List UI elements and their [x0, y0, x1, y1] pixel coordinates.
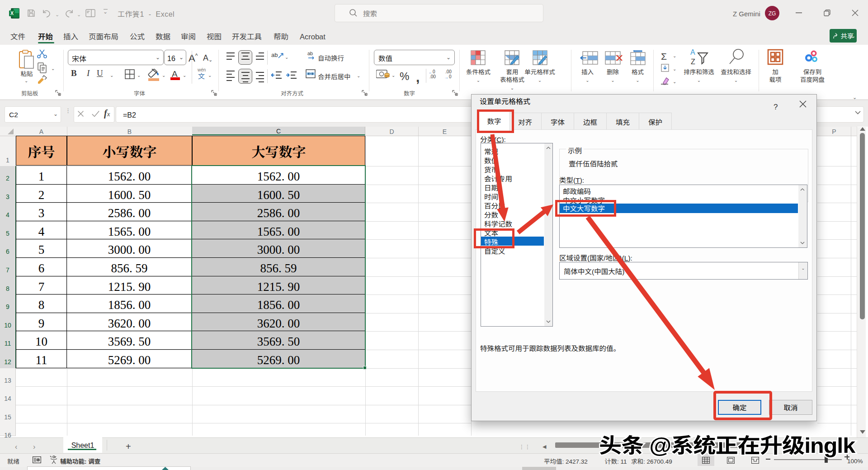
svg-text:.00: .00	[445, 69, 452, 74]
svg-text:ab: ab	[271, 52, 278, 58]
svg-text:Z: Z	[691, 58, 695, 66]
svg-text:.00: .00	[429, 74, 436, 79]
svg-text:X: X	[10, 10, 14, 16]
svg-text:头条 @系统正在升级inglk: 头条 @系统正在升级inglk	[599, 429, 856, 459]
svg-text:0: 0	[449, 74, 452, 79]
svg-text:A: A	[690, 48, 695, 56]
svg-text:ab: ab	[307, 51, 313, 56]
svg-text:0: 0	[433, 69, 435, 74]
svg-text:→: →	[444, 75, 448, 80]
